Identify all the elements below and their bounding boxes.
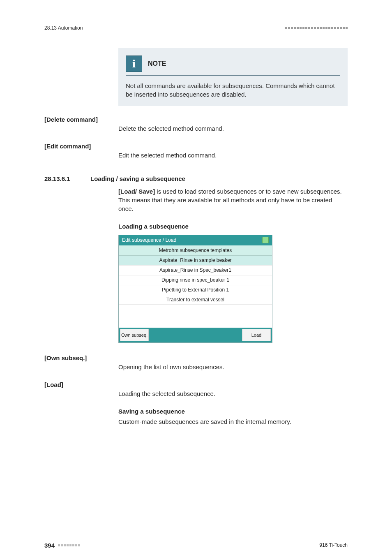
term-load: [Load] bbox=[44, 380, 118, 389]
list-item[interactable]: Aspirate_Rinse in Spec_beaker1 bbox=[119, 266, 272, 275]
load-button[interactable]: Load bbox=[242, 329, 271, 341]
running-header-left: 28.13 Automation bbox=[44, 25, 83, 32]
product-name: 916 Ti-Touch bbox=[319, 542, 348, 549]
help-button[interactable] bbox=[262, 237, 269, 243]
desc-delete-command: Delete the selected method command. bbox=[118, 124, 348, 133]
term-own-subseq: [Own subseq.] bbox=[44, 354, 118, 362]
list-item[interactable]: Pipetting to External Position 1 bbox=[119, 285, 272, 295]
list-item[interactable]: Dipping rinse in spec_beaker 1 bbox=[119, 275, 272, 285]
list-item[interactable]: Transfer to external vessel bbox=[119, 295, 272, 305]
note-body: Not all commands are available for subse… bbox=[126, 81, 340, 99]
note-label: NOTE bbox=[148, 59, 166, 68]
heading-loading-subsequence: Loading a subsequence bbox=[118, 222, 348, 231]
note-callout: i NOTE Not all commands are available fo… bbox=[118, 48, 348, 106]
info-icon: i bbox=[126, 56, 142, 72]
section-number: 28.13.6.1 bbox=[44, 174, 77, 183]
dialog-title: Edit subsequence / Load bbox=[122, 237, 176, 244]
dialog-edit-subsequence-load: Edit subsequence / Load Metrohm subseque… bbox=[118, 235, 272, 343]
desc-load: Loading the selected subsequence. bbox=[118, 389, 348, 398]
term-edit-command: [Edit command] bbox=[44, 142, 118, 150]
own-subseq-button[interactable]: Own subseq. bbox=[120, 329, 149, 341]
heading-saving-subsequence: Saving a subsequence bbox=[118, 407, 348, 416]
term-delete-command: [Delete command] bbox=[44, 115, 118, 124]
page-number: 394 bbox=[44, 541, 55, 550]
template-list[interactable]: Aspirate_Rinse in sample beaker Aspirate… bbox=[119, 256, 272, 328]
section-title: Loading / saving a subsequence bbox=[90, 174, 185, 183]
desc-edit-command: Edit the selected method command. bbox=[118, 151, 348, 160]
list-item[interactable]: Aspirate_Rinse in sample beaker bbox=[119, 256, 272, 266]
saving-body: Custom-made subsequences are saved in th… bbox=[118, 417, 348, 426]
desc-own-subseq: Opening the list of own subsequences. bbox=[118, 363, 348, 371]
section-lead-strong: [Load/ Save] bbox=[118, 188, 155, 195]
section-lead: [Load/ Save] is used to load stored subs… bbox=[118, 187, 348, 213]
header-ornament bbox=[285, 27, 348, 29]
list-header: Metrohm subsequence templates bbox=[119, 245, 272, 256]
footer-ornament bbox=[58, 544, 80, 546]
